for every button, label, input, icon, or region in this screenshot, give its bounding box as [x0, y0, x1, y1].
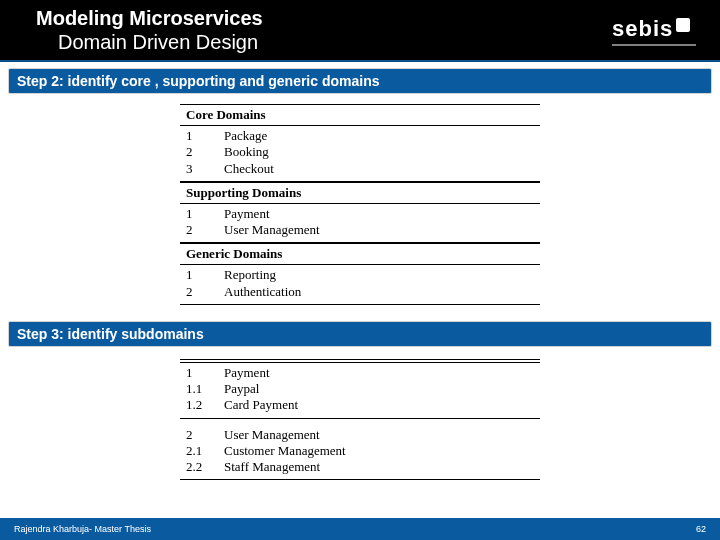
- row-num: 1: [186, 206, 224, 222]
- step2-bar: Step 2: identify core , supporting and g…: [8, 68, 712, 94]
- row-label: Paypal: [224, 381, 534, 397]
- table-row: 1Payment: [180, 206, 540, 222]
- table-group-title: Core Domains: [180, 104, 540, 123]
- table-row: 2Authentication: [180, 284, 540, 300]
- spacer: [180, 419, 540, 427]
- table-row: 2User Management: [180, 427, 540, 443]
- step3-bar: Step 3: identify subdomains: [8, 321, 712, 347]
- table-group-title: Generic Domains: [180, 243, 540, 262]
- svg-text:sebis: sebis: [612, 16, 673, 41]
- row-label: Authentication: [224, 284, 534, 300]
- row-label: User Management: [224, 222, 534, 238]
- slide-header: Modeling Microservices Domain Driven Des…: [0, 0, 720, 62]
- row-label: Booking: [224, 144, 534, 160]
- table-row: 1Reporting: [180, 267, 540, 283]
- sebis-logo: sebis: [612, 12, 696, 50]
- table-separator: [180, 203, 540, 204]
- table-separator: [180, 362, 540, 363]
- row-num: 2: [186, 222, 224, 238]
- row-num: 1: [186, 365, 224, 381]
- row-label: Payment: [224, 206, 534, 222]
- row-label: Checkout: [224, 161, 534, 177]
- table-row: 2Booking: [180, 144, 540, 160]
- table-row: 1.2Card Payment: [180, 397, 540, 413]
- step2-table: Core Domains 1Package 2Booking 3Checkout…: [180, 104, 540, 305]
- table-row: 2User Management: [180, 222, 540, 238]
- row-label: Card Payment: [224, 397, 534, 413]
- step2-label: Step 2: identify core , supporting and g…: [17, 73, 380, 89]
- slide-footer: Rajendra Kharbuja- Master Thesis 62: [0, 518, 720, 540]
- footer-author: Rajendra Kharbuja- Master Thesis: [14, 524, 151, 534]
- table-row: 1Package: [180, 128, 540, 144]
- row-num: 2: [186, 427, 224, 443]
- table-tail: [180, 304, 540, 305]
- row-label: Reporting: [224, 267, 534, 283]
- row-num: 2: [186, 284, 224, 300]
- step2-figure: Core Domains 1Package 2Booking 3Checkout…: [0, 94, 720, 315]
- table-separator: [180, 264, 540, 265]
- row-label: Customer Management: [224, 443, 534, 459]
- row-label: Staff Management: [224, 459, 534, 475]
- row-num: 3: [186, 161, 224, 177]
- row-num: 1.1: [186, 381, 224, 397]
- row-num: 2: [186, 144, 224, 160]
- table-top-rule: [180, 359, 540, 360]
- table-row: 2.1Customer Management: [180, 443, 540, 459]
- row-label: Payment: [224, 365, 534, 381]
- row-num: 2.2: [186, 459, 224, 475]
- row-num: 2.1: [186, 443, 224, 459]
- row-num: 1: [186, 267, 224, 283]
- step3-label: Step 3: identify subdomains: [17, 326, 204, 342]
- table-row: 1Payment: [180, 365, 540, 381]
- table-row: 3Checkout: [180, 161, 540, 177]
- table-group-title: Supporting Domains: [180, 182, 540, 201]
- step3-table: 1Payment 1.1Paypal 1.2Card Payment 2User…: [180, 357, 540, 481]
- row-label: User Management: [224, 427, 534, 443]
- row-num: 1: [186, 128, 224, 144]
- table-row: 2.2Staff Management: [180, 459, 540, 475]
- row-num: 1.2: [186, 397, 224, 413]
- step3-figure: 1Payment 1.1Paypal 1.2Card Payment 2User…: [0, 347, 720, 491]
- table-row: 1.1Paypal: [180, 381, 540, 397]
- header-underline: [0, 60, 720, 62]
- logo-icon: sebis: [612, 12, 696, 50]
- table-separator: [180, 125, 540, 126]
- row-label: Package: [224, 128, 534, 144]
- footer-page-number: 62: [696, 524, 706, 534]
- table-tail: [180, 479, 540, 480]
- svg-rect-2: [676, 18, 690, 32]
